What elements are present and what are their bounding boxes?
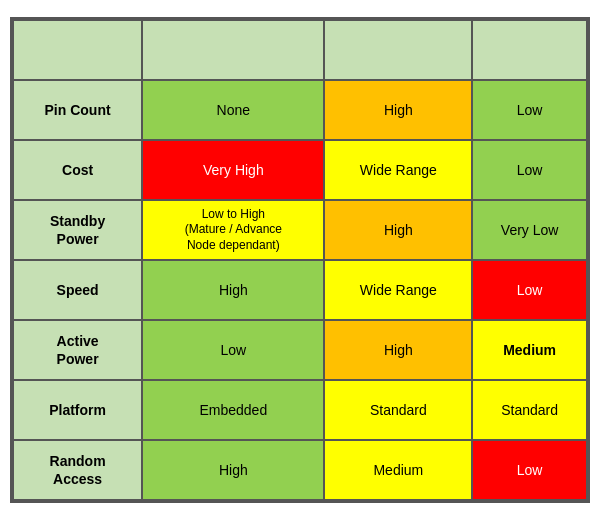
dram-cell: Medium [324,440,472,500]
psram-cell: Standard [472,380,587,440]
dram-cell: High [324,200,472,261]
psram-cell: Low [472,80,587,140]
header-row [13,20,587,80]
sram-cell: None [142,80,324,140]
psram-header [472,20,587,80]
table-row: CostVery HighWide RangeLow [13,140,587,200]
spec-cell: Random Access [13,440,142,500]
dram-cell: Wide Range [324,140,472,200]
table-row: Active PowerLowHighMedium [13,320,587,380]
spec-cell: Pin Count [13,80,142,140]
spec-header [13,20,142,80]
spec-cell: Platform [13,380,142,440]
spec-cell: Active Power [13,320,142,380]
sram-cell: Low [142,320,324,380]
sram-cell: Low to High (Mature / Advance Node depen… [142,200,324,261]
sram-cell: Embedded [142,380,324,440]
psram-cell: Very Low [472,200,587,261]
dram-header [324,20,472,80]
dram-cell: Wide Range [324,260,472,320]
comparison-table: Pin CountNoneHighLowCostVery HighWide Ra… [10,17,590,504]
psram-cell: Low [472,140,587,200]
sram-header [142,20,324,80]
table-row: PlatformEmbeddedStandardStandard [13,380,587,440]
spec-cell: Cost [13,140,142,200]
table-row: Standby PowerLow to High (Mature / Advan… [13,200,587,261]
psram-cell: Low [472,440,587,500]
psram-cell: Medium [472,320,587,380]
spec-cell: Speed [13,260,142,320]
table-row: Random AccessHighMediumLow [13,440,587,500]
dram-cell: Standard [324,380,472,440]
sram-cell: High [142,440,324,500]
dram-cell: High [324,80,472,140]
sram-cell: Very High [142,140,324,200]
spec-cell: Standby Power [13,200,142,261]
table-row: Pin CountNoneHighLow [13,80,587,140]
table-row: SpeedHighWide RangeLow [13,260,587,320]
sram-cell: High [142,260,324,320]
psram-cell: Low [472,260,587,320]
dram-cell: High [324,320,472,380]
